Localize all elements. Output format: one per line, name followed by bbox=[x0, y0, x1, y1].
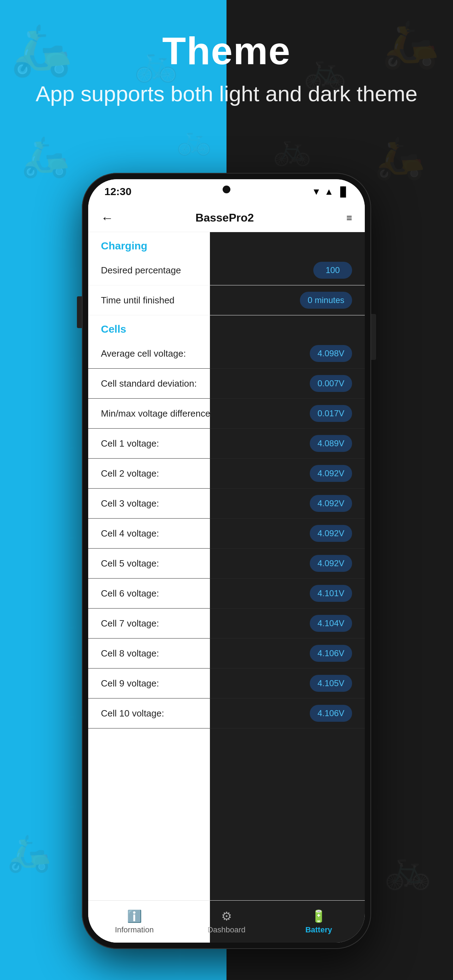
cell9-value: 4.105V bbox=[310, 675, 352, 692]
signal-icon: ▲ bbox=[324, 186, 334, 197]
cell3-value: 4.092V bbox=[310, 495, 352, 512]
cell7-row: Cell 7 voltage: 4.104V bbox=[88, 609, 365, 638]
cell1-value: 4.089V bbox=[310, 435, 352, 452]
cell8-value: 4.106V bbox=[310, 645, 352, 662]
cell1-row: Cell 1 voltage: 4.089V bbox=[88, 429, 365, 458]
back-button[interactable]: ← bbox=[101, 211, 114, 226]
cell9-label: Cell 9 voltage: bbox=[101, 678, 310, 689]
cell2-label: Cell 2 voltage: bbox=[101, 468, 310, 479]
avg-cell-voltage-row: Average cell voltage: 4.098V bbox=[88, 339, 365, 369]
minmax-voltage-value: 0.017V bbox=[310, 405, 352, 422]
cell7-label: Cell 7 voltage: bbox=[101, 618, 310, 629]
battery-status-icon: ▐▌ bbox=[337, 186, 348, 197]
menu-button[interactable]: ≡ bbox=[347, 212, 352, 224]
wifi-icon: ▼ bbox=[312, 186, 321, 197]
cell3-label: Cell 3 voltage: bbox=[101, 498, 310, 509]
cell6-label: Cell 6 voltage: bbox=[101, 588, 310, 599]
minmax-voltage-row: Min/max voltage difference: 0.017V bbox=[88, 399, 365, 429]
cell10-label: Cell 10 voltage: bbox=[101, 708, 310, 719]
avg-cell-voltage-label: Average cell voltage: bbox=[101, 348, 310, 359]
content-area: Charging Desired percentage 100 Time unt… bbox=[88, 232, 365, 900]
cell9-row: Cell 9 voltage: 4.105V bbox=[88, 668, 365, 698]
bottom-nav-items: ℹ️ Information ⚙ Dashboard 🔋 Battery bbox=[88, 900, 365, 943]
header-subtitle: App supports both light and dark theme bbox=[0, 80, 453, 108]
cell6-row: Cell 6 voltage: 4.101V bbox=[88, 579, 365, 609]
status-time: 12:30 bbox=[105, 186, 132, 197]
cell10-row: Cell 10 voltage: 4.106V bbox=[88, 698, 365, 729]
nav-information[interactable]: ℹ️ Information bbox=[88, 909, 180, 934]
dashboard-icon: ⚙ bbox=[221, 909, 232, 923]
cell3-row: Cell 3 voltage: 4.092V bbox=[88, 488, 365, 519]
cell10-value: 4.106V bbox=[310, 705, 352, 722]
desired-percentage-label: Desired percentage bbox=[101, 265, 313, 276]
time-until-finished-label: Time until finished bbox=[101, 295, 300, 306]
nav-battery[interactable]: 🔋 Battery bbox=[273, 909, 365, 934]
cell-std-dev-label: Cell standard deviation: bbox=[101, 378, 310, 389]
cell1-label: Cell 1 voltage: bbox=[101, 438, 310, 449]
charging-section-header: Charging bbox=[101, 240, 148, 252]
camera-dot bbox=[223, 186, 230, 193]
cell8-row: Cell 8 voltage: 4.106V bbox=[88, 638, 365, 668]
cell4-row: Cell 4 voltage: 4.092V bbox=[88, 519, 365, 549]
cell5-label: Cell 5 voltage: bbox=[101, 558, 310, 569]
information-icon: ℹ️ bbox=[127, 909, 142, 923]
cells-section-header: Cells bbox=[101, 323, 126, 335]
status-bar: 12:30 ▼ ▲ ▐▌ bbox=[88, 179, 365, 204]
content-scroll[interactable]: Charging Desired percentage 100 Time unt… bbox=[88, 232, 365, 900]
cell5-value: 4.092V bbox=[310, 555, 352, 572]
dashboard-label: Dashboard bbox=[207, 925, 246, 934]
avg-cell-voltage-value: 4.098V bbox=[310, 345, 352, 362]
phone-outer: 12:30 ▼ ▲ ▐▌ ← BassePro2 ≡ bbox=[82, 173, 371, 949]
status-icons: ▼ ▲ ▐▌ bbox=[312, 186, 348, 197]
bottom-nav: ℹ️ Information ⚙ Dashboard 🔋 Battery bbox=[88, 900, 365, 943]
time-until-finished-value: 0 minutes bbox=[300, 292, 352, 309]
cell7-value: 4.104V bbox=[310, 615, 352, 632]
cell2-row: Cell 2 voltage: 4.092V bbox=[88, 458, 365, 488]
battery-nav-icon: 🔋 bbox=[311, 909, 326, 923]
cell4-value: 4.092V bbox=[310, 525, 352, 542]
cell6-value: 4.101V bbox=[310, 585, 352, 602]
phone-screen: 12:30 ▼ ▲ ▐▌ ← BassePro2 ≡ bbox=[88, 179, 365, 943]
time-until-finished-row: Time until finished 0 minutes bbox=[88, 285, 365, 315]
cell2-value: 4.092V bbox=[310, 465, 352, 482]
nav-dashboard[interactable]: ⚙ Dashboard bbox=[180, 909, 272, 934]
minmax-voltage-label: Min/max voltage difference: bbox=[101, 408, 310, 419]
header-section: Theme App supports both light and dark t… bbox=[0, 28, 453, 108]
desired-percentage-row: Desired percentage 100 bbox=[88, 255, 365, 285]
desired-percentage-value: 100 bbox=[313, 262, 352, 279]
cell8-label: Cell 8 voltage: bbox=[101, 648, 310, 659]
cell5-row: Cell 5 voltage: 4.092V bbox=[88, 549, 365, 579]
app-bar-title: BassePro2 bbox=[121, 211, 329, 224]
information-label: Information bbox=[115, 925, 154, 934]
phone-wrapper: 12:30 ▼ ▲ ▐▌ ← BassePro2 ≡ bbox=[82, 173, 371, 949]
app-bar: ← BassePro2 ≡ bbox=[88, 204, 365, 232]
cell-std-dev-value: 0.007V bbox=[310, 375, 352, 392]
header-title: Theme bbox=[0, 28, 453, 73]
cell-std-dev-row: Cell standard deviation: 0.007V bbox=[88, 369, 365, 399]
battery-nav-label: Battery bbox=[305, 925, 332, 934]
cell4-label: Cell 4 voltage: bbox=[101, 528, 310, 539]
